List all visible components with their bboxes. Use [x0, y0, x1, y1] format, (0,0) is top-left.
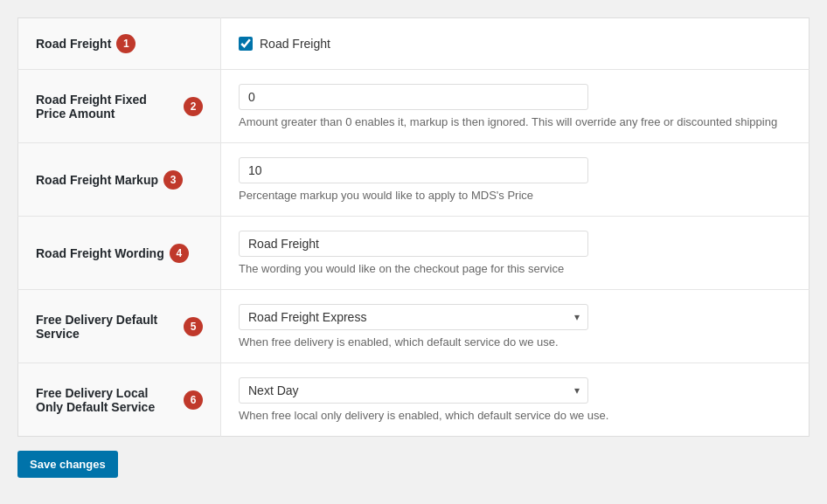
field-badge: 4: [170, 244, 189, 263]
control-cell: Amount greater than 0 enables it, markup…: [221, 70, 810, 143]
field-label: Road Freight Fixed Price Amount: [36, 93, 178, 121]
control-cell: Road Freight: [221, 18, 810, 70]
field-label: Road Freight: [36, 37, 111, 51]
field-badge: 6: [184, 390, 203, 410]
select-wrapper: Road FreightRoad Freight ExpressNext Day…: [239, 304, 588, 330]
settings-table: Road Freight1Road FreightRoad Freight Fi…: [17, 17, 810, 437]
checkbox-wrapper: Road Freight: [239, 37, 791, 51]
field-description: When free local only delivery is enabled…: [239, 409, 791, 422]
save-button[interactable]: Save changes: [17, 451, 118, 478]
label-cell: Road Freight Markup3: [18, 143, 221, 217]
label-cell: Road Freight Wording4: [18, 217, 221, 290]
field-description: The wording you would like on the checko…: [239, 262, 791, 275]
field-description: Percentage markup you would like to appl…: [239, 189, 791, 202]
field-label: Road Freight Markup: [36, 173, 158, 187]
settings-row: Road Freight Markup3Percentage markup yo…: [18, 143, 810, 217]
label-cell: Free Delivery Default Service5: [18, 290, 221, 363]
field-description: Amount greater than 0 enables it, markup…: [239, 115, 791, 128]
page-container: Road Freight1Road FreightRoad Freight Fi…: [0, 0, 827, 504]
label-cell: Free Delivery Local Only Default Service…: [18, 363, 221, 437]
field-label: Road Freight Wording: [36, 246, 164, 260]
settings-row: Road Freight Wording4The wording you wou…: [18, 217, 810, 290]
field-label: Free Delivery Local Only Default Service: [36, 386, 178, 414]
road-freight-fixed-price-input[interactable]: [239, 84, 588, 110]
field-label: Free Delivery Default Service: [36, 313, 178, 341]
label-cell: Road Freight1: [18, 18, 221, 70]
control-cell: Road FreightRoad Freight ExpressNext Day…: [221, 290, 810, 363]
settings-row: Free Delivery Local Only Default Service…: [18, 363, 810, 437]
free-delivery-local-default-service-select[interactable]: Road FreightRoad Freight ExpressNext Day: [239, 377, 588, 404]
control-cell: Percentage markup you would like to appl…: [221, 143, 810, 217]
field-badge: 3: [163, 170, 183, 190]
free-delivery-default-service-select[interactable]: Road FreightRoad Freight ExpressNext Day: [239, 304, 588, 330]
control-cell: Road FreightRoad Freight ExpressNext Day…: [221, 363, 810, 437]
field-badge: 5: [184, 317, 203, 336]
select-wrapper: Road FreightRoad Freight ExpressNext Day…: [239, 377, 588, 404]
settings-row: Road Freight1Road Freight: [18, 18, 810, 70]
settings-row: Road Freight Fixed Price Amount2Amount g…: [18, 70, 810, 143]
field-description: When free delivery is enabled, which def…: [239, 335, 791, 349]
control-cell: The wording you would like on the checko…: [221, 217, 810, 290]
label-cell: Road Freight Fixed Price Amount2: [18, 70, 221, 143]
road-freight-markup-input[interactable]: [239, 157, 588, 183]
field-badge: 1: [116, 34, 136, 53]
road-freight-checkbox[interactable]: [239, 37, 253, 51]
checkbox-label: Road Freight: [260, 37, 330, 51]
road-freight-wording-input[interactable]: [239, 231, 588, 257]
settings-row: Free Delivery Default Service5Road Freig…: [18, 290, 810, 363]
field-badge: 2: [184, 97, 203, 116]
